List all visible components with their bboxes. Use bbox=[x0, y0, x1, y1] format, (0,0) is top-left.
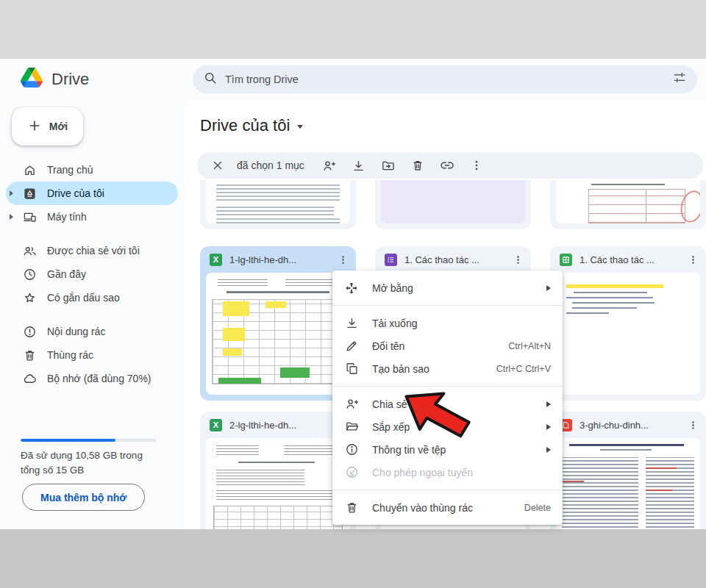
clear-selection-button[interactable] bbox=[206, 154, 229, 177]
sidebar-item-label: Được chia sẻ với tôi bbox=[47, 245, 140, 257]
search-icon bbox=[203, 71, 218, 88]
offline-pin-icon bbox=[344, 465, 359, 480]
file-card[interactable]: 1. Các thao tác ... bbox=[550, 246, 706, 401]
computers-icon bbox=[22, 209, 37, 224]
sheets-file-icon bbox=[560, 254, 572, 266]
starred-icon bbox=[22, 290, 37, 305]
menu-item-label: Mở bằng bbox=[372, 282, 413, 294]
recent-icon bbox=[22, 267, 37, 282]
menu-item-offline: Cho phép ngoại tuyến bbox=[332, 461, 563, 484]
file-name: 3-ghi-chu-dinh... bbox=[580, 420, 677, 431]
storage-progress-bar bbox=[21, 439, 156, 442]
menu-item-label: Đổi tên bbox=[372, 340, 404, 352]
organize-folder-icon bbox=[344, 420, 359, 434]
link-button[interactable] bbox=[435, 154, 459, 177]
menu-divider bbox=[332, 305, 563, 306]
file-more-button[interactable] bbox=[684, 416, 702, 434]
search-options-icon[interactable] bbox=[672, 71, 687, 88]
file-more-button[interactable] bbox=[334, 251, 352, 268]
menu-item-label: Thông tin về tệp bbox=[372, 444, 446, 456]
submenu-arrow-icon bbox=[546, 401, 551, 407]
trash-icon bbox=[344, 501, 359, 515]
menu-item-rename[interactable]: Đổi tên Ctrl+Alt+N bbox=[332, 334, 563, 357]
file-preview bbox=[556, 438, 700, 529]
sidebar-nav: Trang chủ Drive của tôi Máy tính bbox=[6, 158, 178, 390]
move-to-folder-button[interactable] bbox=[377, 154, 400, 177]
home-icon bbox=[22, 162, 37, 177]
shared-with-me-icon bbox=[22, 243, 37, 258]
sidebar-item-label: Có gắn dấu sao bbox=[47, 292, 120, 304]
menu-item-label: Chuyển vào thùng rác bbox=[372, 502, 473, 514]
sidebar-item-shared-with-me[interactable]: Được chia sẻ với tôi bbox=[6, 239, 178, 262]
storage-icon bbox=[22, 371, 37, 386]
sidebar-item-spam[interactable]: Nội dung rác bbox=[6, 320, 178, 343]
sidebar-item-my-drive[interactable]: Drive của tôi bbox=[6, 182, 178, 205]
download-icon bbox=[344, 316, 359, 331]
sidebar-item-storage[interactable]: Bộ nhớ (đã dùng 70%) bbox=[6, 367, 178, 390]
menu-item-label: Cho phép ngoại tuyến bbox=[372, 467, 473, 478]
letterbox-bottom bbox=[0, 529, 706, 588]
menu-item-download[interactable]: Tải xuống bbox=[332, 312, 563, 334]
file-preview bbox=[206, 273, 350, 395]
trash-button[interactable] bbox=[406, 154, 429, 177]
download-button[interactable] bbox=[347, 154, 371, 177]
menu-item-make-copy[interactable]: Tạo bản sao Ctrl+C Ctrl+V bbox=[332, 357, 563, 380]
menu-divider bbox=[332, 490, 563, 490]
plus-icon bbox=[27, 118, 42, 135]
sidebar-item-starred[interactable]: Có gắn dấu sao bbox=[6, 286, 178, 309]
new-button-label: Mới bbox=[49, 121, 68, 132]
file-card-partial[interactable] bbox=[375, 180, 531, 229]
app-title: Drive bbox=[51, 70, 89, 89]
file-row-partial bbox=[200, 180, 706, 229]
submenu-arrow-icon bbox=[546, 447, 551, 453]
drive-logo-area[interactable]: Drive bbox=[21, 68, 89, 90]
file-name: 1-lg-lthi-he-dh... bbox=[229, 254, 327, 265]
sidebar-item-recent[interactable]: Gần đây bbox=[6, 262, 178, 286]
sidebar-item-home[interactable]: Trang chủ bbox=[6, 158, 178, 182]
file-name: 1. Các thao tác ... bbox=[404, 254, 502, 265]
copy-icon bbox=[344, 362, 359, 376]
file-card-header: 1. Các thao tác ... bbox=[550, 246, 706, 273]
file-more-button[interactable] bbox=[509, 251, 527, 268]
sidebar-item-label: Nội dung rác bbox=[47, 326, 105, 337]
menu-item-open-with[interactable]: Mở bằng bbox=[332, 276, 563, 299]
info-icon bbox=[344, 442, 359, 457]
share-person-add-icon bbox=[344, 397, 359, 412]
sidebar-item-trash[interactable]: Thùng rác bbox=[6, 343, 178, 367]
buy-storage-button[interactable]: Mua thêm bộ nhớ bbox=[22, 484, 145, 511]
search-input[interactable] bbox=[225, 74, 665, 85]
file-preview bbox=[206, 180, 350, 223]
file-preview bbox=[556, 180, 700, 223]
sidebar-item-computers[interactable]: Máy tính bbox=[6, 205, 178, 229]
sidebar-item-label: Gần đây bbox=[47, 268, 86, 280]
new-button[interactable]: Mới bbox=[12, 107, 83, 146]
more-options-button[interactable] bbox=[465, 154, 488, 177]
selection-count: đã chọn 1 mục bbox=[237, 159, 304, 171]
excel-file-icon: X bbox=[210, 254, 222, 266]
file-card[interactable]: 3-ghi-chu-dinh... bbox=[550, 412, 706, 529]
screenshot-root: Drive Mới bbox=[0, 0, 706, 588]
sidebar-item-label: Trang chủ bbox=[47, 164, 93, 176]
file-name: 2-lg-lthi-he-dh... bbox=[229, 420, 327, 431]
page-title[interactable]: Drive của tôi bbox=[200, 116, 303, 135]
expand-caret-icon[interactable] bbox=[10, 214, 13, 220]
file-card-header: 3-ghi-chu-dinh... bbox=[550, 412, 706, 438]
file-card-header: X 1-lg-lthi-he-dh... bbox=[200, 246, 356, 273]
share-button[interactable] bbox=[318, 154, 341, 177]
my-drive-icon bbox=[22, 186, 37, 201]
expand-caret-icon[interactable] bbox=[10, 190, 13, 196]
excel-file-icon: X bbox=[210, 419, 222, 431]
file-card-partial[interactable] bbox=[200, 180, 356, 229]
letterbox-top bbox=[0, 0, 706, 59]
menu-item-label: Tải xuống bbox=[372, 318, 417, 329]
menu-item-move-to-trash[interactable]: Chuyển vào thùng rác Delete bbox=[332, 496, 563, 519]
sidebar: Mới Trang chủ Drive của tôi bbox=[0, 100, 184, 529]
file-name: 1. Các thao tác ... bbox=[580, 254, 677, 265]
file-more-button[interactable] bbox=[684, 251, 702, 268]
menu-shortcut: Ctrl+C Ctrl+V bbox=[496, 364, 551, 374]
search-bar[interactable] bbox=[193, 65, 697, 93]
file-card-partial[interactable] bbox=[550, 180, 706, 229]
forms-file-icon bbox=[385, 254, 397, 266]
file-card-header: 1. Các thao tác ... bbox=[375, 246, 531, 273]
chevron-down-icon bbox=[297, 125, 303, 129]
